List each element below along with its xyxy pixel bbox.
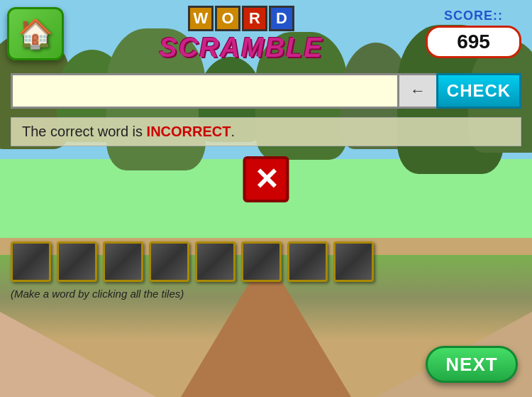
tile-6[interactable] bbox=[241, 241, 282, 282]
next-label: NEXT bbox=[445, 354, 497, 376]
tile-8[interactable] bbox=[333, 241, 374, 282]
input-area: ← CHECK bbox=[11, 73, 521, 109]
letter-w: W bbox=[188, 6, 214, 31]
word-title: W O R D bbox=[142, 6, 340, 31]
letter-r: R bbox=[242, 6, 267, 31]
backspace-button[interactable]: ← bbox=[397, 73, 436, 109]
letter-d: D bbox=[269, 6, 294, 31]
tile-3[interactable] bbox=[103, 241, 143, 282]
word-input[interactable] bbox=[11, 73, 397, 109]
tile-7[interactable] bbox=[287, 241, 328, 282]
tiles-row bbox=[11, 241, 521, 282]
backspace-icon: ← bbox=[410, 82, 426, 100]
message-prefix: The correct word is bbox=[22, 124, 147, 139]
message-suffix: . bbox=[231, 124, 235, 139]
letter-o: O bbox=[215, 6, 240, 31]
score-container: 695 bbox=[426, 26, 521, 58]
score-value: 695 bbox=[457, 31, 490, 53]
tile-2[interactable] bbox=[57, 241, 97, 282]
message-word: INCORRECT bbox=[147, 124, 231, 139]
tile-5[interactable] bbox=[195, 241, 235, 282]
message-text: The correct word is INCORRECT. bbox=[22, 124, 235, 139]
score-area: SCORE:: 695 bbox=[426, 9, 521, 58]
tile-4[interactable] bbox=[149, 241, 189, 282]
home-icon: 🏠 bbox=[18, 17, 53, 50]
title-area: W O R D SCRAMBLE bbox=[142, 6, 340, 63]
ui-layer: 🏠 W O R D SCRAMBLE SCORE:: 695 ← CHECK T… bbox=[0, 0, 532, 397]
tile-1[interactable] bbox=[11, 241, 51, 282]
next-button[interactable]: NEXT bbox=[426, 346, 518, 383]
x-mark-icon: ✕ bbox=[254, 162, 279, 197]
check-button[interactable]: CHECK bbox=[436, 73, 521, 109]
home-button[interactable]: 🏠 bbox=[7, 7, 64, 60]
scramble-title: SCRAMBLE bbox=[142, 33, 340, 63]
score-label: SCORE:: bbox=[426, 9, 521, 23]
tiles-hint: (Make a word by clicking all the tiles) bbox=[11, 288, 521, 300]
wrong-indicator: ✕ bbox=[243, 156, 289, 202]
tiles-area: (Make a word by clicking all the tiles) bbox=[11, 241, 521, 300]
message-area: The correct word is INCORRECT. bbox=[11, 117, 521, 146]
